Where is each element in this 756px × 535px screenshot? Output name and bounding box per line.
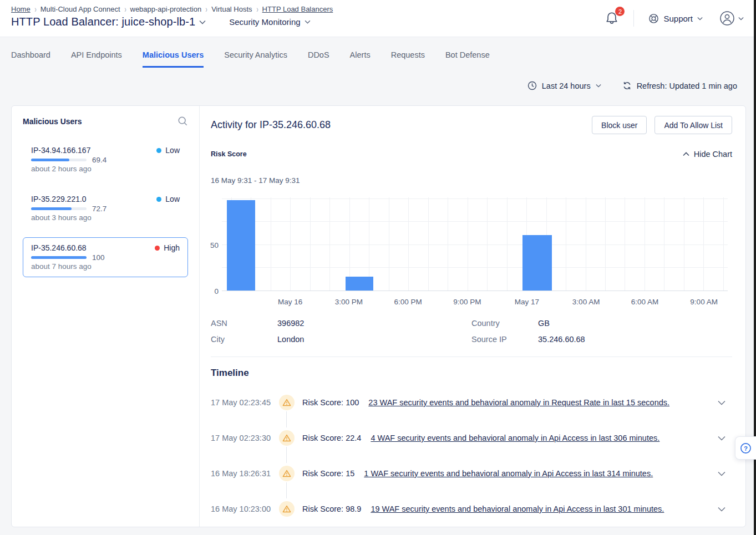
user-ip-label: IP-34.94.166.167	[31, 146, 90, 155]
breadcrumb-item[interactable]: HTTP Load Balancers	[262, 5, 333, 13]
breadcrumb-item[interactable]: Multi-Cloud App Connect	[40, 5, 120, 13]
last-seen-label: about 7 hours ago	[31, 262, 180, 271]
y-axis-tick-label: 0	[207, 287, 219, 295]
tab-security-analytics[interactable]: Security Analytics	[224, 50, 287, 68]
risk-progress-fill	[31, 256, 87, 259]
breadcrumb-separator: ›	[206, 4, 207, 14]
malicious-user-item[interactable]: IP-35.229.221.0Low72.7about 3 hours ago	[23, 188, 188, 228]
x-axis-tick-label: 6:00 PM	[394, 298, 422, 306]
support-lifering-icon	[648, 13, 659, 24]
time-range-dropdown[interactable]: Last 24 hours	[527, 81, 601, 90]
chart-bar[interactable]	[522, 235, 552, 291]
tab-dashboard[interactable]: Dashboard	[11, 50, 50, 68]
title-chevron-down-icon[interactable]	[199, 20, 206, 24]
x-axis-tick-label: 3:00 AM	[572, 298, 600, 306]
timeline-list: 17 May 02:23:45Risk Score: 10023 WAF sec…	[211, 393, 732, 518]
malicious-user-list: IP-34.94.166.167Low69.4about 2 hours ago…	[12, 132, 199, 277]
refresh-button[interactable]: Refresh: Updated 1 min ago	[622, 81, 737, 90]
severity-indicator: High	[155, 243, 180, 252]
risk-score-value: 100	[92, 253, 105, 262]
security-monitoring-label: Security Monitoring	[229, 17, 300, 27]
block-user-button[interactable]: Block user	[592, 116, 647, 134]
malicious-users-panel: Malicious Users IP-34.94.166.167Low69.4a…	[12, 106, 200, 527]
search-icon[interactable]	[177, 116, 188, 126]
tab-bot-defense[interactable]: Bot Defense	[445, 50, 490, 68]
risk-progress-bar	[31, 256, 87, 259]
malicious-user-item[interactable]: IP-35.246.60.68High100about 7 hours ago	[23, 237, 188, 277]
event-expand-chevron-icon[interactable]	[718, 507, 725, 512]
detail-label: Source IP	[471, 335, 538, 344]
top-header: Home›Multi-Cloud App Connect›webapp-api-…	[0, 0, 756, 37]
security-monitoring-dropdown[interactable]: Security Monitoring	[229, 17, 310, 27]
timeline-connector	[286, 447, 287, 463]
support-chevron-down-icon	[697, 17, 703, 21]
risk-score-value: 72.7	[92, 205, 106, 213]
severity-label: High	[164, 243, 180, 252]
event-detail-link[interactable]: 19 WAF security events and behavioral an…	[371, 505, 664, 513]
main-card: Malicious Users IP-34.94.166.167Low69.4a…	[11, 105, 746, 527]
account-chevron-down-icon	[738, 17, 744, 21]
event-expand-chevron-icon[interactable]	[718, 400, 725, 405]
detail-value: London	[277, 335, 304, 344]
timeline-title: Timeline	[211, 368, 732, 379]
x-axis-tick-label: 9:00 AM	[690, 298, 718, 306]
chart-bar[interactable]	[227, 200, 255, 291]
risk-progress-bar	[31, 207, 87, 210]
tab-alerts[interactable]: Alerts	[350, 50, 371, 68]
breadcrumb-item[interactable]: Home	[11, 5, 31, 13]
help-button[interactable]: ?	[735, 436, 756, 460]
x-axis-tick-label: May 17	[515, 298, 539, 306]
last-seen-label: about 2 hours ago	[31, 165, 180, 174]
chart-bar[interactable]	[346, 277, 373, 291]
section-divider	[211, 356, 732, 357]
tab-api-endpoints[interactable]: API Endpoints	[71, 50, 122, 68]
chart-horizontal-gridline	[222, 198, 728, 199]
ip-details: ASN396982CityLondon CountryGBSource IP35…	[211, 318, 732, 344]
chart-plot-area	[222, 197, 728, 291]
timeline-connector	[286, 482, 287, 498]
x-axis-tick-label: 3:00 PM	[335, 298, 363, 306]
tab-ddos[interactable]: DDoS	[308, 50, 329, 68]
x-axis-tick-label: 9:00 PM	[453, 298, 481, 306]
tab-malicious-users[interactable]: Malicious Users	[143, 50, 204, 68]
detail-value: 396982	[277, 319, 304, 328]
event-detail-link[interactable]: 1 WAF security events and behavioral ano…	[364, 469, 653, 478]
avatar-icon	[719, 11, 735, 26]
x-axis-tick-label: 6:00 AM	[631, 298, 659, 306]
time-range-label: Last 24 hours	[542, 81, 591, 90]
hide-chart-label: Hide Chart	[694, 150, 732, 159]
notifications-button[interactable]: 2	[605, 11, 620, 26]
breadcrumb-item[interactable]: webapp-api-protection	[130, 5, 202, 13]
detail-value: GB	[538, 319, 550, 328]
hide-chart-toggle[interactable]: Hide Chart	[683, 150, 732, 159]
timeline-event: 16 May 10:23:00Risk Score: 98.919 WAF se…	[211, 500, 732, 518]
event-expand-chevron-icon[interactable]	[718, 471, 725, 476]
detail-label: City	[211, 335, 277, 344]
breadcrumb: Home›Multi-Cloud App Connect›webapp-api-…	[11, 5, 333, 13]
event-detail-link[interactable]: 4 WAF security events and behavioral ano…	[371, 434, 659, 442]
event-detail-link[interactable]: 23 WAF security events and behavioral an…	[368, 398, 669, 407]
event-expand-chevron-icon[interactable]	[718, 436, 725, 441]
event-timestamp: 16 May 10:23:00	[211, 505, 279, 513]
account-menu[interactable]	[719, 11, 744, 26]
timeline-event: 17 May 02:23:30Risk Score: 22.44 WAF sec…	[211, 429, 732, 447]
risk-score-label: Risk Score	[211, 150, 247, 158]
event-timestamp: 17 May 02:23:30	[211, 434, 279, 442]
warning-icon	[279, 501, 295, 517]
tab-requests[interactable]: Requests	[391, 50, 425, 68]
risk-score-chart: 050May 163:00 PM6:00 PM9:00 PMMay 173:00…	[211, 197, 732, 306]
event-risk-score: Risk Score: 15	[302, 469, 354, 478]
svg-text:?: ?	[744, 445, 748, 451]
support-menu[interactable]: Support	[648, 13, 703, 24]
breadcrumb-item[interactable]: Virtual Hosts	[211, 5, 252, 13]
severity-dot-icon	[156, 148, 161, 153]
malicious-user-item[interactable]: IP-34.94.166.167Low69.4about 2 hours ago	[23, 140, 188, 180]
risk-score-value: 69.4	[92, 156, 106, 164]
chart-horizontal-gridline	[222, 267, 728, 268]
detail-label: ASN	[211, 319, 277, 328]
event-risk-score: Risk Score: 22.4	[302, 434, 361, 442]
risk-progress-bar	[31, 159, 87, 161]
risk-progress-fill	[31, 159, 69, 161]
warning-icon	[279, 395, 295, 410]
add-to-allow-list-button[interactable]: Add To Allow List	[654, 116, 732, 134]
